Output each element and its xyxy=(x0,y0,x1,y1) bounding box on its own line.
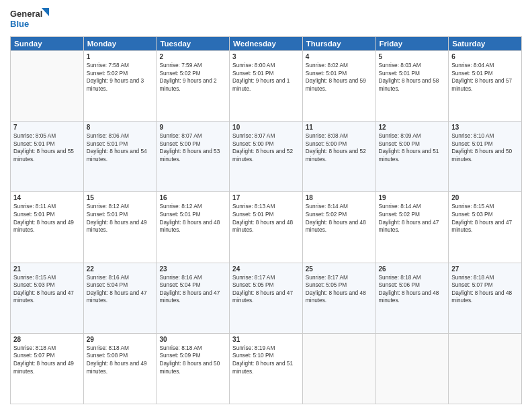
calendar-day-cell: 3 Sunrise: 8:00 AMSunset: 5:01 PMDayligh… xyxy=(230,51,303,122)
calendar-day-cell: 12 Sunrise: 8:09 AMSunset: 5:00 PMDaylig… xyxy=(375,122,449,192)
calendar-week-row: 14 Sunrise: 8:11 AMSunset: 5:01 PMDaylig… xyxy=(11,192,522,263)
day-info: Sunrise: 8:06 AMSunset: 5:01 PMDaylight:… xyxy=(87,132,147,163)
calendar-day-cell: 25 Sunrise: 8:17 AMSunset: 5:05 PMDaylig… xyxy=(302,263,375,333)
day-info: Sunrise: 8:02 AMSunset: 5:01 PMDaylight:… xyxy=(306,62,366,92)
day-info: Sunrise: 8:18 AMSunset: 5:06 PMDaylight:… xyxy=(379,274,439,304)
calendar-day-cell: 15 Sunrise: 8:12 AMSunset: 5:01 PMDaylig… xyxy=(83,192,157,263)
day-info: Sunrise: 8:14 AMSunset: 5:02 PMDaylight:… xyxy=(306,203,366,233)
day-info: Sunrise: 8:07 AMSunset: 5:00 PMDaylight:… xyxy=(159,132,220,163)
day-number: 28 xyxy=(13,336,81,343)
day-number: 21 xyxy=(13,265,81,273)
day-info: Sunrise: 8:05 AMSunset: 5:01 PMDaylight:… xyxy=(13,132,74,163)
day-info: Sunrise: 8:08 AMSunset: 5:00 PMDaylight:… xyxy=(306,132,366,163)
day-info: Sunrise: 8:15 AMSunset: 5:03 PMDaylight:… xyxy=(451,203,512,233)
day-number: 30 xyxy=(159,336,226,343)
day-info: Sunrise: 7:59 AMSunset: 5:02 PMDaylight:… xyxy=(159,62,216,92)
day-info: Sunrise: 7:58 AMSunset: 5:02 PMDaylight:… xyxy=(87,62,144,92)
calendar-day-cell: 29 Sunrise: 8:18 AMSunset: 5:08 PMDaylig… xyxy=(83,333,157,404)
weekday-header-cell: Sunday xyxy=(11,37,84,51)
svg-text:General: General xyxy=(10,9,42,19)
weekday-header-cell: Thursday xyxy=(302,37,375,51)
day-info: Sunrise: 8:14 AMSunset: 5:02 PMDaylight:… xyxy=(379,203,439,233)
calendar-day-cell: 5 Sunrise: 8:03 AMSunset: 5:01 PMDayligh… xyxy=(375,51,449,122)
calendar-day-cell: 19 Sunrise: 8:14 AMSunset: 5:02 PMDaylig… xyxy=(375,192,449,263)
calendar-page: General Blue SundayMondayTuesdayWednesda… xyxy=(0,0,532,411)
day-info: Sunrise: 8:04 AMSunset: 5:01 PMDaylight:… xyxy=(451,62,512,92)
weekday-header-row: SundayMondayTuesdayWednesdayThursdayFrid… xyxy=(11,37,522,51)
calendar-day-cell: 14 Sunrise: 8:11 AMSunset: 5:01 PMDaylig… xyxy=(11,192,84,263)
calendar-table: SundayMondayTuesdayWednesdayThursdayFrid… xyxy=(10,36,522,404)
calendar-day-cell xyxy=(375,333,449,404)
calendar-day-cell: 31 Sunrise: 8:19 AMSunset: 5:10 PMDaylig… xyxy=(230,333,303,404)
day-number: 31 xyxy=(232,336,300,343)
day-info: Sunrise: 8:09 AMSunset: 5:00 PMDaylight:… xyxy=(379,132,439,163)
day-info: Sunrise: 8:18 AMSunset: 5:07 PMDaylight:… xyxy=(451,274,512,304)
day-number: 27 xyxy=(451,265,519,273)
weekday-header-cell: Friday xyxy=(375,37,449,51)
day-info: Sunrise: 8:00 AMSunset: 5:01 PMDaylight:… xyxy=(232,62,290,92)
day-info: Sunrise: 8:03 AMSunset: 5:01 PMDaylight:… xyxy=(379,62,439,92)
day-number: 5 xyxy=(379,53,446,60)
day-number: 19 xyxy=(379,194,446,201)
day-number: 15 xyxy=(87,194,154,201)
day-number: 25 xyxy=(306,265,373,273)
day-number: 12 xyxy=(379,124,446,131)
day-number: 17 xyxy=(232,194,300,201)
day-number: 23 xyxy=(159,265,226,273)
day-number: 7 xyxy=(13,124,81,131)
day-number: 16 xyxy=(159,194,226,201)
day-number: 18 xyxy=(306,194,373,201)
calendar-day-cell: 10 Sunrise: 8:07 AMSunset: 5:00 PMDaylig… xyxy=(230,122,303,192)
calendar-day-cell: 20 Sunrise: 8:15 AMSunset: 5:03 PMDaylig… xyxy=(449,192,522,263)
calendar-day-cell: 26 Sunrise: 8:18 AMSunset: 5:06 PMDaylig… xyxy=(375,263,449,333)
calendar-week-row: 21 Sunrise: 8:15 AMSunset: 5:03 PMDaylig… xyxy=(11,263,522,333)
day-number: 6 xyxy=(451,53,519,60)
weekday-header-cell: Tuesday xyxy=(157,37,230,51)
day-info: Sunrise: 8:10 AMSunset: 5:01 PMDaylight:… xyxy=(451,132,512,163)
day-number: 3 xyxy=(232,53,300,60)
calendar-day-cell: 21 Sunrise: 8:15 AMSunset: 5:03 PMDaylig… xyxy=(11,263,84,333)
day-number: 10 xyxy=(232,124,300,131)
day-info: Sunrise: 8:18 AMSunset: 5:09 PMDaylight:… xyxy=(159,345,220,375)
calendar-week-row: 1 Sunrise: 7:58 AMSunset: 5:02 PMDayligh… xyxy=(11,51,522,122)
day-number: 26 xyxy=(379,265,446,273)
svg-marker-2 xyxy=(42,8,49,16)
calendar-day-cell: 1 Sunrise: 7:58 AMSunset: 5:02 PMDayligh… xyxy=(83,51,157,122)
day-number: 1 xyxy=(87,53,154,60)
day-info: Sunrise: 8:15 AMSunset: 5:03 PMDaylight:… xyxy=(13,274,74,304)
calendar-week-row: 7 Sunrise: 8:05 AMSunset: 5:01 PMDayligh… xyxy=(11,122,522,192)
day-number: 13 xyxy=(451,124,519,131)
calendar-day-cell xyxy=(11,51,84,122)
calendar-day-cell: 23 Sunrise: 8:16 AMSunset: 5:04 PMDaylig… xyxy=(157,263,230,333)
calendar-day-cell: 16 Sunrise: 8:12 AMSunset: 5:01 PMDaylig… xyxy=(157,192,230,263)
day-number: 24 xyxy=(232,265,300,273)
day-info: Sunrise: 8:18 AMSunset: 5:07 PMDaylight:… xyxy=(13,345,74,375)
day-info: Sunrise: 8:17 AMSunset: 5:05 PMDaylight:… xyxy=(306,274,366,304)
day-info: Sunrise: 8:11 AMSunset: 5:01 PMDaylight:… xyxy=(13,203,74,233)
day-number: 4 xyxy=(306,53,373,60)
day-info: Sunrise: 8:16 AMSunset: 5:04 PMDaylight:… xyxy=(87,274,147,304)
logo-svg: General Blue xyxy=(10,7,50,31)
logo: General Blue xyxy=(10,7,50,31)
svg-text:Blue: Blue xyxy=(10,19,29,29)
calendar-day-cell: 17 Sunrise: 8:13 AMSunset: 5:01 PMDaylig… xyxy=(230,192,303,263)
day-info: Sunrise: 8:18 AMSunset: 5:08 PMDaylight:… xyxy=(87,345,147,375)
day-info: Sunrise: 8:19 AMSunset: 5:10 PMDaylight:… xyxy=(232,345,293,375)
day-number: 8 xyxy=(87,124,154,131)
calendar-day-cell: 22 Sunrise: 8:16 AMSunset: 5:04 PMDaylig… xyxy=(83,263,157,333)
weekday-header-cell: Monday xyxy=(83,37,157,51)
day-number: 2 xyxy=(159,53,226,60)
day-info: Sunrise: 8:17 AMSunset: 5:05 PMDaylight:… xyxy=(232,274,293,304)
day-info: Sunrise: 8:16 AMSunset: 5:04 PMDaylight:… xyxy=(159,274,220,304)
calendar-day-cell: 24 Sunrise: 8:17 AMSunset: 5:05 PMDaylig… xyxy=(230,263,303,333)
calendar-day-cell xyxy=(302,333,375,404)
day-info: Sunrise: 8:13 AMSunset: 5:01 PMDaylight:… xyxy=(232,203,293,233)
calendar-day-cell: 8 Sunrise: 8:06 AMSunset: 5:01 PMDayligh… xyxy=(83,122,157,192)
day-number: 29 xyxy=(87,336,154,343)
calendar-day-cell: 7 Sunrise: 8:05 AMSunset: 5:01 PMDayligh… xyxy=(11,122,84,192)
calendar-week-row: 28 Sunrise: 8:18 AMSunset: 5:07 PMDaylig… xyxy=(11,333,522,404)
header: General Blue xyxy=(10,7,522,31)
day-number: 14 xyxy=(13,194,81,201)
weekday-header-cell: Saturday xyxy=(449,37,522,51)
calendar-day-cell xyxy=(449,333,522,404)
